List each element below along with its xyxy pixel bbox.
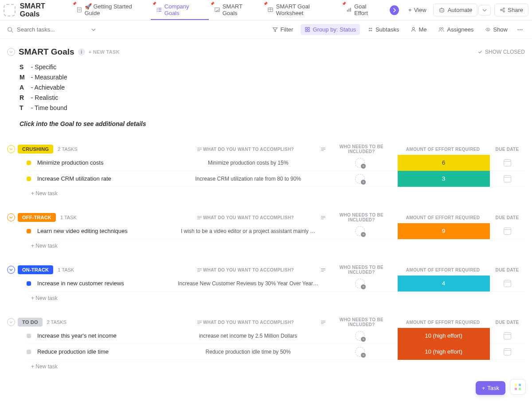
plus-icon: + [482,385,485,391]
task-row[interactable]: Increase in new customer reviews Increas… [27,276,525,292]
status-pill[interactable]: CRUSHING [18,145,53,154]
add-assignee-icon[interactable] [355,174,365,184]
svg-point-5 [156,11,157,12]
chart-icon [346,6,352,13]
new-task-button[interactable]: + New task [31,239,525,252]
collapse-group-icon[interactable] [7,318,15,326]
new-task-button[interactable]: + New task [31,187,525,200]
apps-fab[interactable] [510,379,526,395]
tab-label: 🚀 Getting Started Guide [85,3,145,16]
col-accomplish: WHAT DO YOU WANT TO ACCOMPLISH? [170,265,321,275]
task-assignee-cell[interactable] [323,174,397,184]
collapse-list-icon[interactable] [7,48,15,56]
task-assignee-cell[interactable] [323,331,397,341]
new-task-fab[interactable]: + Task [476,381,505,395]
col-accomplish: WHAT DO YOU WANT TO ACCOMPLISH? [170,213,321,222]
workspace-icon[interactable] [4,4,16,16]
add-view-button[interactable]: + View [403,4,431,16]
add-assignee-icon[interactable] [355,279,365,288]
workspace-title: SMART Goals [20,2,65,18]
me-button[interactable]: Me [407,24,430,35]
new-task-button[interactable]: + New task [31,292,525,305]
collapse-group-icon[interactable] [7,145,15,153]
task-due-cell[interactable] [490,175,525,182]
share-button[interactable]: Share [494,4,528,16]
info-icon[interactable]: i [78,48,85,55]
task-assignee-cell[interactable] [323,279,397,288]
text-icon [197,215,202,220]
task-due-cell[interactable] [490,159,525,166]
tab-list-1[interactable]: 📌Company Goals [151,0,209,20]
pin-icon: 📌 [263,2,268,6]
share-label: Share [508,7,523,13]
task-assignee-cell[interactable] [323,347,397,357]
hint-text: Click into the Goal to see additional de… [20,120,525,127]
tab-sheet-3[interactable]: 📌SMART Goal Worksheet [262,0,340,20]
add-assignee-icon[interactable] [355,158,365,168]
task-status-dot[interactable] [27,229,31,233]
show-closed-button[interactable]: SHOW CLOSED [477,49,525,55]
apps-icon [515,384,521,390]
task-status-dot[interactable] [27,161,31,165]
collapse-group-icon[interactable] [7,213,15,221]
task-status-dot[interactable] [27,350,31,354]
task-row[interactable]: Increase CRM utilization rate Increase C… [27,171,525,187]
task-row[interactable]: Increase this year's net income increase… [27,328,525,344]
tab-label: Company Goals [164,3,203,16]
search-input-wrap[interactable] [7,26,96,33]
search-input[interactable] [17,26,79,33]
task-assignee-cell[interactable] [323,226,397,236]
task-effort[interactable]: 3 [398,171,490,187]
task-name: Minimize production costs [37,159,173,166]
collapse-group-icon[interactable] [7,266,15,274]
task-accomplish: Minimize production costs by 15% [173,160,323,166]
task-due-cell[interactable] [490,280,525,287]
svg-point-25 [8,27,12,31]
tab-doc-0[interactable]: 📌🚀 Getting Started Guide [71,0,151,20]
search-chevron-icon[interactable] [91,28,96,32]
status-pill[interactable]: TO DO [18,318,43,327]
task-status-dot[interactable] [27,334,31,338]
more-icon[interactable] [515,25,525,35]
filter-button[interactable]: Filter [268,24,297,35]
task-count: 1 TASK [58,267,74,272]
task-row[interactable]: Reduce production idle time Reduce produ… [27,344,525,360]
task-effort[interactable]: 10 (high effort) [398,328,490,344]
automate-dropdown[interactable] [478,5,491,16]
assignees-button[interactable]: Assignees [434,24,477,35]
task-due-cell[interactable] [490,348,525,355]
col-included: WHO NEEDS TO BE INCLUDED? [321,213,396,222]
col-effort: AMOUNT OF EFFORT REQUIRED [396,265,489,275]
svg-rect-16 [439,9,443,12]
task-effort[interactable]: 10 (high effort) [398,344,490,360]
task-row[interactable]: Learn new video editing techniques I wis… [27,223,525,239]
nav-next-icon[interactable] [390,5,399,15]
subtasks-button[interactable]: Subtasks [364,24,403,35]
new-task-header-button[interactable]: + NEW TASK [89,49,120,55]
status-pill[interactable]: ON-TRACK [18,265,53,274]
task-effort[interactable]: 6 [398,155,490,171]
task-status-dot[interactable] [27,177,31,181]
show-button[interactable]: Show [481,24,512,35]
status-pill[interactable]: OFF-TRACK [18,213,56,222]
text-icon [197,268,202,272]
tab-chart-4[interactable]: 📌Goal Effort [340,0,385,20]
tab-board-2[interactable]: 📌SMART Goals [209,0,262,20]
group-by-button[interactable]: Group by: Status [301,24,360,35]
add-assignee-icon[interactable] [355,347,365,357]
task-due-cell[interactable] [490,228,525,235]
svg-point-32 [440,28,442,29]
group-icon [305,27,310,32]
new-task-button[interactable]: + New task [31,360,525,373]
automate-button[interactable]: Automate [433,4,478,16]
task-effort[interactable]: 9 [398,223,490,239]
task-status-dot[interactable] [27,281,31,286]
task-assignee-cell[interactable] [323,158,397,168]
task-due-cell[interactable] [490,332,525,339]
content: SMART Goals i + NEW TASK SHOW CLOSED S -… [0,39,532,373]
add-assignee-icon[interactable] [355,331,365,341]
add-assignee-icon[interactable] [355,226,365,236]
task-effort[interactable]: 4 [398,276,490,292]
task-row[interactable]: Minimize production costs Minimize produ… [27,155,525,171]
col-included: WHO NEEDS TO BE INCLUDED? [321,265,396,275]
